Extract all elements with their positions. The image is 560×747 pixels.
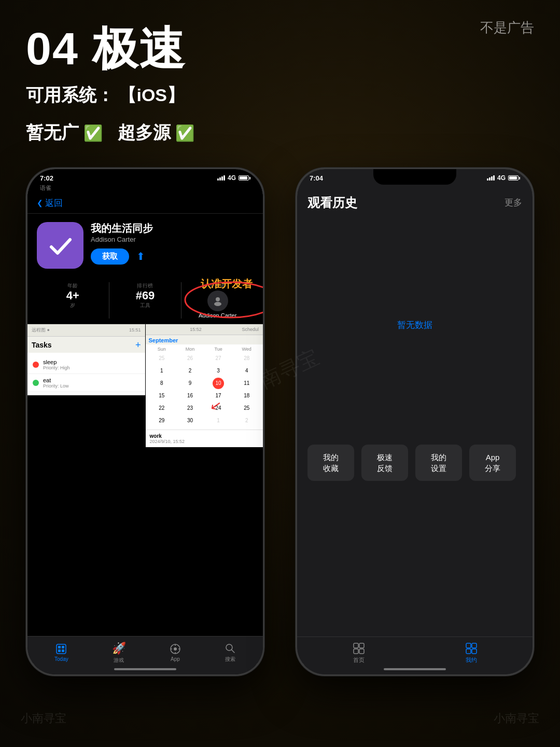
work-event: work 2024/9/10, 15:52 <box>146 430 263 447</box>
svg-rect-5 <box>62 646 64 648</box>
tab-app-label: App <box>171 656 180 662</box>
tasks-add-icon[interactable]: + <box>135 340 141 351</box>
cal-week-3: 8 9 10 11 <box>148 378 261 389</box>
tab-search[interactable]: 搜索 <box>225 643 236 663</box>
tasks-header: 远程图 ● 15:51 <box>27 324 145 337</box>
phone2-screen: 7:04 4G <box>297 169 533 674</box>
phones-container: 7:02 4G <box>26 168 534 676</box>
empty-text: 暂无数据 <box>397 319 432 331</box>
cal-week-4: 15 16 17 18 <box>148 390 261 402</box>
phone1-home-indicator <box>114 668 176 670</box>
svg-rect-20 <box>466 643 471 648</box>
phone2-network: 4G <box>497 174 506 182</box>
svg-line-15 <box>231 649 234 653</box>
svg-rect-7 <box>62 649 64 652</box>
svg-rect-4 <box>58 646 61 648</box>
cal-week-1: 25 26 27 28 <box>148 353 261 364</box>
get-button[interactable]: 获取 <box>91 248 129 265</box>
empty-area: 暂无数据 <box>297 216 533 434</box>
phone1-screen: 7:02 4G <box>27 169 263 674</box>
app-header: 我的生活同步 Addison Carter 获取 ⬆ <box>27 214 263 277</box>
task-item-sleep: sleep Priority: High <box>27 356 145 374</box>
screenshot-tasks: 远程图 ● 15:51 Tasks + slee <box>27 324 146 542</box>
cal-today: 10 <box>213 378 224 389</box>
task-name-eat: eat <box>43 377 69 383</box>
checkmark-icon <box>47 232 73 258</box>
app-info: 我的生活同步 Addison Carter 获取 ⬆ <box>91 222 254 265</box>
task-list: sleep Priority: High eat Priority: Low <box>27 353 145 395</box>
svg-point-9 <box>174 647 177 651</box>
cal-day-headers: Sun Mon Tue Wed <box>148 347 261 352</box>
battery-body <box>239 175 249 181</box>
back-button[interactable]: 返回 <box>37 197 254 209</box>
today-tab-icon <box>55 643 67 655</box>
tab2-my-label: 我约 <box>466 656 477 664</box>
phone2-status-right: 4G <box>487 174 520 182</box>
quick-action-settings[interactable]: 我的设置 <box>415 445 462 481</box>
watermark-bottom-right: 小南寻宝 <box>494 711 539 726</box>
tab-games[interactable]: 🚀 游戏 <box>112 642 126 664</box>
cal-week-2: 1 2 3 4 <box>148 365 261 377</box>
phone2-notch <box>373 169 456 185</box>
watermark-bottom-left: 小南寻宝 <box>21 711 66 726</box>
tab-today[interactable]: Today <box>54 643 68 662</box>
app-developer-name: Addison Carter <box>91 236 254 243</box>
watch-history-header: 观看历史 更多 <box>297 184 533 216</box>
home-tab-icon <box>353 642 365 655</box>
tab-app[interactable]: App <box>170 643 181 662</box>
phone1-network: 4G <box>228 174 236 182</box>
phone2-signal-bars <box>487 175 495 181</box>
tasks-status-label: 远程图 ● <box>32 327 50 334</box>
quick-actions: 我的收藏 极速反馈 我的设置 App分享 <box>297 434 533 491</box>
quick-action-share[interactable]: App分享 <box>469 445 516 481</box>
cal-month: September <box>149 337 178 343</box>
tab2-home[interactable]: 首页 <box>353 642 365 664</box>
cal-week-6: 29 30 1 2 <box>148 415 261 426</box>
games-tab-icon: 🚀 <box>112 642 126 655</box>
phone1-frame: 7:02 4G <box>26 168 264 676</box>
signal-bar-2 <box>219 177 221 181</box>
tab-search-label: 搜索 <box>225 656 235 663</box>
phone2-battery <box>508 175 520 181</box>
tab2-home-label: 首页 <box>353 656 365 664</box>
app-icon <box>37 222 83 269</box>
app-name: 我的生活同步 <box>91 222 254 234</box>
phone2-signal-4 <box>493 175 495 181</box>
tab2-my[interactable]: 我约 <box>465 642 478 664</box>
cal-month-header: September <box>146 335 263 344</box>
phone2-signal-1 <box>487 178 488 181</box>
signal-bar-4 <box>223 175 225 181</box>
appstore-nav: 返回 <box>27 194 263 214</box>
svg-rect-23 <box>472 649 477 654</box>
phone1-carrier: 语雀 <box>27 184 263 194</box>
quick-action-feedback[interactable]: 极速反馈 <box>361 445 408 481</box>
work-event-title: work <box>150 433 259 439</box>
cal-week-5: 22 23 24 25 <box>148 403 261 414</box>
battery-icon <box>239 175 250 181</box>
calendar-grid: Sun Mon Tue Wed 25 26 27 28 <box>146 344 263 430</box>
tasks-time: 15:51 <box>129 327 141 333</box>
stat-developer: 开发者 <box>181 282 254 319</box>
task-item-eat: eat Priority: Low <box>27 374 145 392</box>
task-name-sleep: sleep <box>43 359 70 365</box>
watch-history-more-btn[interactable]: 更多 <box>505 197 522 209</box>
watch-history-title: 观看历史 <box>307 195 357 211</box>
dev-circle-wrap <box>207 289 228 312</box>
svg-rect-22 <box>466 649 471 654</box>
app-action-row: 获取 ⬆ <box>91 248 254 265</box>
app-tab-icon <box>170 643 181 655</box>
phone2-home-indicator <box>384 668 446 670</box>
cal-app-label: Schedul <box>242 327 259 332</box>
share-button[interactable]: ⬆ <box>136 250 145 262</box>
quick-action-favorites[interactable]: 我的收藏 <box>307 445 354 481</box>
search-tab-icon <box>225 643 236 654</box>
svg-rect-18 <box>354 649 358 654</box>
work-event-time: 2024/9/10, 15:52 <box>150 439 259 444</box>
battery-tip <box>249 177 250 179</box>
svg-rect-21 <box>472 643 477 648</box>
svg-point-2 <box>185 282 263 317</box>
subtitle-system: 可用系统： 【iOS】 <box>26 81 534 109</box>
battery-fill <box>240 176 247 179</box>
title-section: 04 极速 可用系统： 【iOS】 暂无广 ✅ 超多源 ✅ <box>26 26 534 147</box>
svg-rect-16 <box>354 643 358 648</box>
